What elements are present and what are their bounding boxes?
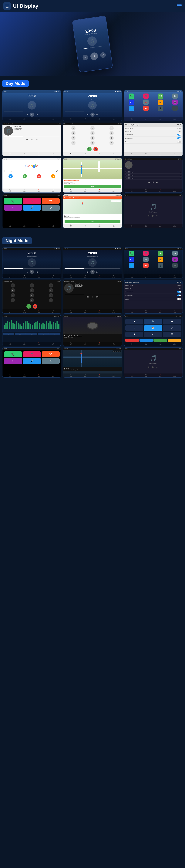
nav-dial-nnc[interactable]: 📞DIAL <box>131 342 133 345</box>
napp-browser[interactable]: 🌐 <box>125 263 138 268</box>
napp-maps[interactable]: 🗺 <box>154 251 167 256</box>
social-play[interactable]: ⏸ <box>152 181 154 183</box>
bt-play[interactable]: ⏸ <box>31 138 33 141</box>
nav-dial-s[interactable]: 📞DIAL <box>131 189 133 192</box>
app-camera[interactable]: 📷 <box>168 99 182 105</box>
hero-prev-btn[interactable]: ⏮ <box>82 54 88 61</box>
nav-apps-ncp[interactable]: ⚏APPS <box>52 374 54 377</box>
nav-apps-nd[interactable]: ⚏APPS <box>112 224 115 227</box>
night-prev-2[interactable]: ⏮ <box>87 271 88 273</box>
nav-apps-nm1[interactable]: ⚏APPS <box>52 275 54 278</box>
eq-btn-1[interactable]: 60 <box>3 333 14 335</box>
nav-gps-nw[interactable]: 📍GPS <box>38 342 40 345</box>
day-hangup-btn[interactable]: 📵 <box>94 147 98 151</box>
night-power-toggle[interactable] <box>177 298 181 300</box>
nav-dial-cp[interactable]: 📞DIAL <box>9 224 11 227</box>
nav-dial-ncp[interactable]: 📞DIAL <box>9 374 11 377</box>
auto-answer-toggle[interactable] <box>177 134 181 135</box>
shortcut-3[interactable]: G Gmail <box>32 174 46 182</box>
nnav-ok[interactable]: ✔ <box>144 332 162 337</box>
app-music[interactable]: 🎵 <box>139 94 153 99</box>
nav-mail-nm2[interactable]: ✉MAIL <box>84 275 86 278</box>
cp-siri[interactable]: 🎤 <box>23 205 41 211</box>
track-1[interactable]: 华乐_视频1.mp3▶ <box>125 170 182 174</box>
nav-dial-nf[interactable]: 📞DIAL <box>70 342 72 345</box>
nav-dial-np[interactable]: 📞DIAL <box>131 224 133 227</box>
dial-hash[interactable]: # <box>109 141 114 145</box>
napp-vehicle[interactable]: 🚗 <box>139 257 153 262</box>
nav-gps-nbs[interactable]: 📍GPS <box>159 310 161 313</box>
shortcut-4[interactable]: A Amazon <box>47 174 60 182</box>
nnp-prev[interactable]: ⏮ <box>148 366 151 368</box>
cp-phone[interactable]: 📞 <box>4 198 22 204</box>
ndial-1[interactable]: 1 <box>11 283 15 287</box>
app-misc[interactable]: 📱 <box>154 105 167 111</box>
ncp-music[interactable]: 🎵 <box>23 351 41 357</box>
nnav-menu[interactable]: ☰ <box>163 332 181 337</box>
np-play[interactable]: ▶ <box>152 214 154 217</box>
day-nav-go-btn[interactable]: GO <box>64 220 120 223</box>
nav-dial-l[interactable]: 📞DIAL <box>131 118 133 121</box>
ncp-phone[interactable]: 📞 <box>4 351 22 357</box>
day-call-btn[interactable]: 📞 <box>87 147 91 151</box>
nav-gps-2[interactable]: 📍GPS <box>99 118 101 121</box>
nnav-right[interactable]: ➡ <box>163 319 181 324</box>
nav-apps[interactable]: ⚏APPS <box>52 118 54 121</box>
nav-apps-nm2[interactable]: ⚏APPS <box>112 275 115 278</box>
nnav-center[interactable]: 🔍 <box>144 319 162 324</box>
day-next-2[interactable]: ⏭ <box>97 114 98 116</box>
social-next[interactable]: ⏭ <box>156 181 158 183</box>
nav-mail-s[interactable]: ✉MAIL <box>145 189 147 192</box>
nav-dial-nm2[interactable]: 📞DIAL <box>70 275 72 278</box>
np-prev[interactable]: ⏮ <box>148 214 151 217</box>
nav-mail-nw[interactable]: ✉MAIL <box>23 342 26 345</box>
nav-dial-nbs[interactable]: 📞DIAL <box>131 310 133 313</box>
napp-music[interactable]: 🎵 <box>139 251 153 256</box>
day-play-1[interactable]: ⏸ <box>30 113 34 117</box>
nav-mail-nm[interactable]: ✉MAIL <box>84 374 86 377</box>
nav-mail[interactable]: ✉MAIL <box>23 118 26 121</box>
nav-mail-2[interactable]: ✉MAIL <box>84 118 86 121</box>
eq-btn-4[interactable]: 4K <box>38 333 49 335</box>
nav-mail-nd[interactable]: ✉MAIL <box>84 224 86 227</box>
power-toggle[interactable] <box>177 141 181 143</box>
day-play-2[interactable]: ⏸ <box>90 113 95 117</box>
nav-mail-n[interactable]: ✉MAIL <box>84 189 86 192</box>
cp-music[interactable]: 🎵 <box>23 198 41 204</box>
nav-apps-n[interactable]: ⚏APPS <box>112 189 115 192</box>
nav-dial-bm[interactable]: 📞DIAL <box>9 153 11 156</box>
nav-dial-nw[interactable]: 📞DIAL <box>9 342 11 345</box>
nav-mail-nnc[interactable]: ✉MAIL <box>145 342 147 345</box>
nav-apps-cp[interactable]: ⚏APPS <box>52 224 54 227</box>
nav-mail-nc[interactable]: ✉MAIL <box>23 310 26 313</box>
app-maps[interactable]: 🗺 <box>154 94 167 99</box>
menu-icon[interactable] <box>177 4 182 8</box>
nav-mail-bs[interactable]: ✉MAIL <box>145 153 147 156</box>
ncp-maps[interactable]: 🗺 <box>42 351 60 357</box>
nav-gps-nbm[interactable]: 📍GPS <box>99 310 101 313</box>
bt-next[interactable]: ⏭ <box>36 138 38 141</box>
dial-star[interactable]: * <box>71 141 76 145</box>
night-call-btn[interactable]: 📞 <box>26 304 31 309</box>
app-settings[interactable]: ⚙ <box>168 94 182 99</box>
nav-dial-bc[interactable]: 📞DIAL <box>70 153 72 156</box>
nbt-prev[interactable]: ⏮ <box>86 296 89 298</box>
ncp-podcast[interactable]: 🎙 <box>4 358 22 364</box>
nav-gps-nc[interactable]: 📍GPS <box>38 310 40 313</box>
nnp-play[interactable]: ▶ <box>152 366 154 368</box>
night-auto-connect-toggle[interactable] <box>177 294 181 297</box>
nav-apps-nw[interactable]: ⚏APPS <box>52 342 54 345</box>
color-red[interactable] <box>125 339 139 342</box>
google-mic-icon[interactable]: 🎤 <box>56 170 58 172</box>
nav-apps-bc[interactable]: ⚏APPS <box>112 153 115 156</box>
nav-mail-cp[interactable]: ✉MAIL <box>23 224 26 227</box>
nav-dial-nd[interactable]: 📞DIAL <box>70 224 72 227</box>
nav-apps-nbm[interactable]: ⚏APPS <box>112 310 115 313</box>
nav-gps-nm[interactable]: 📍GPS <box>99 374 101 377</box>
nav-apps-2[interactable]: ⚏APPS <box>112 118 115 121</box>
nav-mail-nbs[interactable]: ✉MAIL <box>145 310 147 313</box>
ndial-5[interactable]: 5 <box>30 288 34 292</box>
shortcut-2[interactable]: F Facebook <box>18 174 31 182</box>
napp-bt[interactable]: BT <box>125 257 138 262</box>
ndial-9[interactable]: 9 <box>49 293 53 297</box>
